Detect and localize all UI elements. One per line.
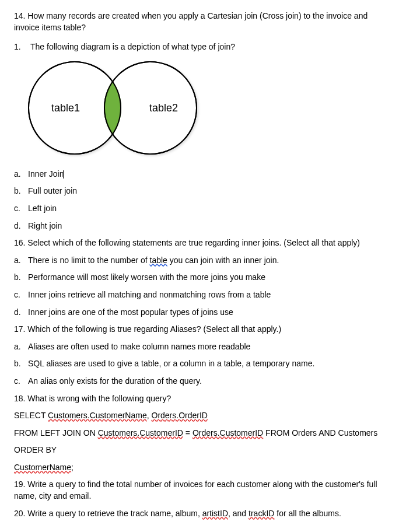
option-letter: c. bbox=[14, 289, 28, 301]
option-text: SQL aliases are used to give a table, or… bbox=[28, 358, 392, 370]
option-text: Full outer join bbox=[28, 186, 392, 197]
option-letter: a. bbox=[14, 255, 28, 267]
option-a: a. Inner Join bbox=[14, 169, 392, 180]
option-letter: a. bbox=[14, 169, 28, 180]
question-20: 20. Write a query to retrieve the track … bbox=[14, 508, 392, 520]
option-letter: d. bbox=[14, 307, 28, 318]
option-letter: d. bbox=[14, 220, 28, 232]
option-text: Left join bbox=[28, 203, 392, 215]
spell-underline: artistID bbox=[202, 509, 228, 518]
grammar-underline: table bbox=[150, 256, 167, 265]
option-c: c. Left join bbox=[14, 203, 392, 215]
option-text: An alias only exists for the duration of… bbox=[28, 376, 392, 387]
option-d: d. Inner joins are one of the most popul… bbox=[14, 307, 392, 318]
option-d: d. Right join bbox=[14, 220, 392, 232]
venn-right-label: table2 bbox=[149, 101, 178, 116]
sub-text: The following diagram is a depiction of … bbox=[30, 41, 392, 53]
option-a: a. There is no limit to the number of ta… bbox=[14, 255, 392, 267]
option-b: b. Performance will most likely worsen w… bbox=[14, 272, 392, 284]
option-text: Performance will most likely worsen with… bbox=[28, 272, 392, 284]
q14-sub-1: 1. The following diagram is a depiction … bbox=[14, 41, 392, 53]
option-c: c. Inner joins retrieve all matching and… bbox=[14, 289, 392, 301]
option-text: Right join bbox=[28, 220, 392, 232]
option-letter: c. bbox=[14, 203, 28, 215]
spell-underline: Orders.OrderID bbox=[152, 411, 208, 420]
question-18: 18. What is wrong with the following que… bbox=[14, 393, 392, 405]
sub-number: 1. bbox=[14, 41, 30, 53]
sql-line-1: SELECT Customers.CustomerName, Orders.Or… bbox=[14, 410, 392, 422]
option-a: a. Aliases are often used to make column… bbox=[14, 341, 392, 353]
question-19: 19. Write a query to find the total numb… bbox=[14, 479, 392, 502]
sql-line-4: CustomerName; bbox=[14, 462, 392, 474]
spell-underline: Customers.CustomerID bbox=[98, 428, 183, 438]
option-text: Aliases are often used to make column na… bbox=[28, 341, 392, 353]
q16-options: a. There is no limit to the number of ta… bbox=[14, 255, 392, 318]
text-cursor-icon bbox=[63, 170, 64, 178]
spell-underline: Customers.CustomerName bbox=[48, 411, 147, 420]
spell-underline: CustomerName bbox=[14, 463, 71, 472]
option-text: Inner joins retrieve all matching and no… bbox=[28, 289, 392, 301]
q17-options: a. Aliases are often used to make column… bbox=[14, 341, 392, 387]
spell-underline: trackID bbox=[249, 509, 274, 518]
option-letter: b. bbox=[14, 272, 28, 284]
spell-underline: Orders.CustomerID bbox=[192, 428, 263, 438]
option-c: c. An alias only exists for the duration… bbox=[14, 376, 392, 387]
question-16: 16. Select which of the following statem… bbox=[14, 237, 392, 249]
option-letter: b. bbox=[14, 358, 28, 370]
q14-options: a. Inner Join b. Full outer join c. Left… bbox=[14, 169, 392, 232]
sql-line-3: ORDER BY bbox=[14, 444, 392, 456]
venn-left-label: table1 bbox=[51, 101, 80, 116]
sql-line-2: FROM LEFT JOIN ON Customers.CustomerID =… bbox=[14, 428, 392, 439]
option-text: There is no limit to the number of table… bbox=[28, 255, 392, 267]
option-b: b. SQL aliases are used to give a table,… bbox=[14, 358, 392, 370]
option-letter: c. bbox=[14, 376, 28, 387]
option-letter: a. bbox=[14, 341, 28, 353]
question-14: 14. How many records are created when yo… bbox=[14, 10, 392, 33]
option-text: Inner Join bbox=[28, 169, 392, 180]
venn-diagram: table1 table2 bbox=[28, 61, 220, 160]
option-text: Inner joins are one of the most popular … bbox=[28, 307, 392, 318]
question-17: 17. Which of the following is true regar… bbox=[14, 324, 392, 335]
option-b: b. Full outer join bbox=[14, 186, 392, 197]
option-letter: b. bbox=[14, 186, 28, 197]
